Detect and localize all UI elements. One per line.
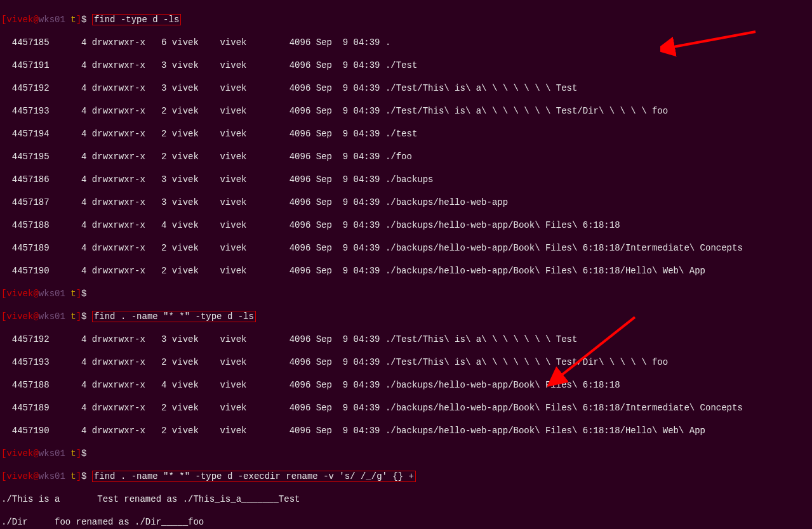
prompt-line-empty: [vivek@wks01 t]$ [1,448,811,459]
output-line: 4457195 4 drwxrwxr-x 2 vivek vivek 4096 … [1,151,811,162]
output-line: 4457189 4 drwxrwxr-x 2 vivek vivek 4096 … [1,402,811,414]
command-2: find . -name "* *" -type d -ls [92,311,256,322]
output-line: ./Dir foo renamed as ./Dir_____foo [1,516,811,528]
output-line: 4457193 4 drwxrwxr-x 2 vivek vivek 4096 … [1,105,811,117]
command-1: find -type d -ls [92,14,181,25]
output-line: 4457193 4 drwxrwxr-x 2 vivek vivek 4096 … [1,356,811,368]
output-line: 4457190 4 drwxrwxr-x 2 vivek vivek 4096 … [1,265,811,277]
output-line: 4457191 4 drwxrwxr-x 3 vivek vivek 4096 … [1,60,811,71]
output-line: 4457192 4 drwxrwxr-x 3 vivek vivek 4096 … [1,334,811,345]
output-line: 4457192 4 drwxrwxr-x 3 vivek vivek 4096 … [1,82,811,94]
output-line: 4457188 4 drwxrwxr-x 4 vivek vivek 4096 … [1,379,811,391]
terminal-output[interactable]: [vivek@wks01 t]$ find -type d -ls 445718… [0,0,812,529]
output-line: 4457188 4 drwxrwxr-x 4 vivek vivek 4096 … [1,219,811,231]
output-line: ./This is a Test renamed as ./This_is_a_… [1,493,811,505]
prompt-line-1: [vivek@wks01 t]$ find -type d -ls [1,14,811,25]
output-line: 4457194 4 drwxrwxr-x 2 vivek vivek 4096 … [1,128,811,140]
prompt-line-3: [vivek@wks01 t]$ find . -name "* *" -typ… [1,471,811,482]
output-line: 4457187 4 drwxrwxr-x 3 vivek vivek 4096 … [1,197,811,208]
prompt-line-empty: [vivek@wks01 t]$ [1,288,811,299]
output-line: 4457190 4 drwxrwxr-x 2 vivek vivek 4096 … [1,425,811,436]
command-3: find . -name "* *" -type d -execdir rena… [92,471,416,482]
output-line: 4457189 4 drwxrwxr-x 2 vivek vivek 4096 … [1,242,811,254]
output-line: 4457186 4 drwxrwxr-x 3 vivek vivek 4096 … [1,174,811,185]
output-line: 4457185 4 drwxrwxr-x 6 vivek vivek 4096 … [1,37,811,48]
prompt-line-2: [vivek@wks01 t]$ find . -name "* *" -typ… [1,311,811,322]
